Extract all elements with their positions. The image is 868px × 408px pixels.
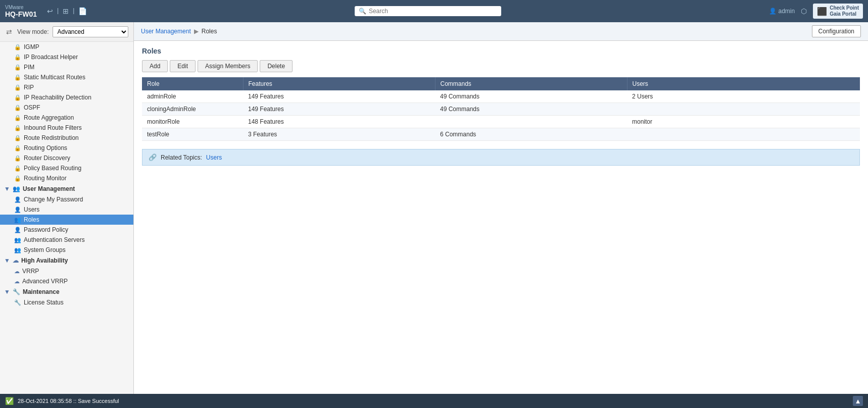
lock-icon: 🔒 [14,135,21,141]
user-icon: 👤 [14,207,21,213]
group-high-availability[interactable]: ▼ ☁ High Availability [0,255,133,266]
sidebar-item-route-redistribution[interactable]: 🔒 Route Redistribution [0,133,133,143]
sidebar-item-igmp[interactable]: 🔒 IGMP [0,42,133,52]
sidebar-item-label: Advanced VRRP [22,278,68,285]
lock-icon: 🔒 [14,54,21,61]
window-icon[interactable]: ⊞ [63,7,69,15]
sidebar-item-routing-monitor[interactable]: 🔒 Routing Monitor [0,173,133,183]
add-button[interactable]: Add [142,60,168,72]
link-icon: 🔗 [149,154,157,161]
admin-label: admin [779,8,795,15]
sidebar-item-advanced-vrrp[interactable]: ☁ Advanced VRRP [0,276,133,286]
collapse-button[interactable]: ⇄ [5,27,13,37]
viewmode-bar: ⇄ View mode: Advanced Basic [0,22,133,42]
sidebar-item-system-groups[interactable]: 👥 System Groups [0,245,133,255]
sidebar-item-rip[interactable]: 🔒 RIP [0,82,133,92]
sidebar-item-policy-based-routing[interactable]: 🔒 Policy Based Routing [0,163,133,173]
configuration-button[interactable]: Configuration [812,25,861,37]
wrench-icon: 🔧 [14,299,21,306]
table-header: Role Features Commands Users [142,77,860,90]
lock-icon: 🔒 [14,44,21,50]
page-title: Roles [142,47,860,55]
checkpoint-icon: ⬛ [817,7,827,16]
table-row[interactable]: adminRole149 Features49 Commands2 Users [142,90,860,103]
sidebar-item-route-aggregation[interactable]: 🔒 Route Aggregation [0,113,133,123]
breadcrumb-separator: ▶ [194,28,199,35]
search-box[interactable]: 🔍 [355,6,501,16]
cell-features: 149 Features [243,90,435,103]
sidebar-item-pim[interactable]: 🔒 PIM [0,62,133,72]
group-user-management[interactable]: ▼ 👥 User Management [0,183,133,194]
content-header: User Management ▶ Roles Configuration [134,22,868,41]
sidebar-item-change-my-password[interactable]: 👤 Change My Password [0,194,133,205]
sidebar-item-label: RIP [24,84,34,91]
table-row[interactable]: testRole3 Features6 Commands [142,128,860,141]
sidebar-item-label: Authentication Servers [24,236,85,243]
sidebar-item-routing-options[interactable]: 🔒 Routing Options [0,143,133,153]
users-group-icon: 👥 [13,185,20,192]
cell-features: 149 Features [243,103,435,116]
cell-commands [435,116,627,128]
status-message: 28-Oct-2021 08:35:58 :: Save Successful [18,398,119,404]
sidebar-item-ip-reachability[interactable]: 🔒 IP Reachability Detection [0,92,133,103]
viewmode-select[interactable]: Advanced Basic [53,26,128,37]
lock-icon: 🔒 [14,125,21,131]
sidebar-item-users[interactable]: 👤 Users [0,205,133,215]
sidebar-item-label: Static Multicast Routes [24,74,85,81]
checkpoint-label: Check PointGaia Portal [830,5,859,17]
cell-users [627,128,860,141]
group-maintenance[interactable]: ▼ 🔧 Maintenance [0,286,133,297]
sidebar-item-license-status[interactable]: 🔧 License Status [0,297,133,308]
lock-icon: 🔒 [14,155,21,162]
topbar-icons: ↩ | ⊞ | 📄 [47,7,87,15]
sidebar-item-ip-broadcast-helper[interactable]: 🔒 IP Broadcast Helper [0,52,133,62]
back-icon[interactable]: ↩ [47,7,53,15]
file-icon[interactable]: 📄 [78,7,87,15]
delete-button[interactable]: Delete [260,60,293,72]
topbar-right: 👤 admin ⬡ ⬛ Check PointGaia Portal [769,4,863,19]
table-row[interactable]: cloningAdminRole149 Features49 Commands [142,103,860,116]
users-icon: 👥 [14,237,21,243]
sidebar-item-vrrp[interactable]: ☁ VRRP [0,266,133,276]
sidebar-item-label: Routing Monitor [24,175,67,182]
cell-commands: 49 Commands [435,103,627,116]
sidebar-item-router-discovery[interactable]: 🔒 Router Discovery [0,153,133,163]
breadcrumb-parent[interactable]: User Management [141,28,191,35]
sidebar-item-password-policy[interactable]: 👤 Password Policy [0,225,133,235]
cell-users [627,103,860,116]
logout-icon[interactable]: ⬡ [801,7,807,15]
cell-role: testRole [142,128,243,141]
lock-icon: 🔒 [14,175,21,182]
sidebar-item-ospf[interactable]: 🔒 OSPF [0,103,133,113]
sidebar: ⇄ View mode: Advanced Basic 🔒 IGMP 🔒 IP … [0,22,134,394]
statusbar: ✅ 28-Oct-2021 08:35:58 :: Save Successfu… [0,394,868,408]
group-label: Maintenance [23,288,60,295]
content-body: Roles Add Edit Assign Members Delete Rol… [134,41,868,394]
table-row[interactable]: monitorRole148 Featuresmonitor [142,116,860,128]
lock-icon: 🔒 [14,105,21,111]
roles-table: Role Features Commands Users adminRole14… [142,77,860,141]
search-input[interactable] [369,8,497,15]
assign-members-button[interactable]: Assign Members [198,60,258,72]
sidebar-item-inbound-route-filters[interactable]: 🔒 Inbound Route Filters [0,123,133,133]
admin-info: 👤 admin [769,8,795,15]
checkpoint-brand: ⬛ Check PointGaia Portal [813,4,863,19]
sidebar-item-static-multicast-routes[interactable]: 🔒 Static Multicast Routes [0,72,133,82]
collapse-icon: ▼ [4,288,10,295]
cell-role: cloningAdminRole [142,103,243,116]
related-topics-users-link[interactable]: Users [206,154,222,161]
related-topics-bar: 🔗 Related Topics: Users [142,149,860,166]
topbar: VMware HQ-FW01 ↩ | ⊞ | 📄 🔍 👤 admin ⬡ ⬛ C… [0,0,868,22]
sidebar-item-authentication-servers[interactable]: 👥 Authentication Servers [0,235,133,245]
scroll-up-button[interactable]: ▲ [853,396,863,406]
sidebar-item-label: Password Policy [24,226,68,233]
sidebar-item-label: Users [24,206,39,213]
roles-icon: 👥 [14,217,21,223]
cell-features: 148 Features [243,116,435,128]
sidebar-item-label: Route Aggregation [24,114,74,121]
edit-button[interactable]: Edit [170,60,196,72]
sidebar-item-label: Roles [24,216,39,223]
sidebar-item-label: System Groups [24,246,66,253]
sidebar-item-roles[interactable]: 👥 Roles [0,215,133,225]
user-icon: 👤 [769,8,777,15]
